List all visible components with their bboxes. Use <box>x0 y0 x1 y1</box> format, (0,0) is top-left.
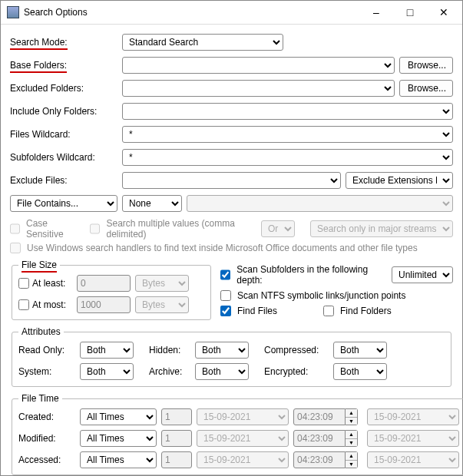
accessed-label: Accessed: <box>18 455 80 465</box>
file-time-legend: File Time <box>18 393 62 404</box>
at-least-input <box>77 275 131 292</box>
attributes-group: Attributes Read Only: Both Hidden: Both … <box>12 326 451 387</box>
archive-label: Archive: <box>149 366 195 377</box>
excluded-folders-combo[interactable] <box>122 80 395 97</box>
encrypted-select[interactable]: Both <box>333 363 387 380</box>
major-streams-select: Search only in major streams <box>310 220 453 237</box>
subfolders-wildcard-combo[interactable]: * <box>122 149 453 166</box>
close-window-button[interactable]: ✕ <box>427 1 461 24</box>
created-from-date: 15-09-2021 <box>197 408 289 425</box>
accessed-num-input <box>161 451 192 468</box>
file-size-legend: File Size <box>21 259 57 273</box>
minimize-button[interactable]: – <box>359 1 393 24</box>
win-handlers-checkbox <box>10 243 21 253</box>
scan-ntfs-label: Scan NTFS symbolic links/junction points <box>237 290 405 301</box>
case-sensitive-checkbox <box>10 223 20 234</box>
file-contains-match-select[interactable]: None <box>122 195 182 212</box>
subfolders-wildcard-label: Subfolders Wildcard: <box>10 152 117 163</box>
find-folders-checkbox[interactable] <box>323 306 334 316</box>
exclude-files-label: Exclude Files: <box>10 175 117 186</box>
find-files-option[interactable]: Find Files <box>220 306 277 316</box>
modified-mode-select[interactable]: All Times <box>80 430 157 447</box>
at-most-unit-select: Bytes <box>135 296 189 313</box>
maximize-button[interactable]: □ <box>393 1 427 24</box>
win-handlers-option[interactable]: Use Windows search handlers to find text… <box>10 243 453 253</box>
file-contains-mode-select[interactable]: File Contains... <box>10 195 117 212</box>
find-files-checkbox[interactable] <box>220 306 231 316</box>
created-mode-select[interactable]: All Times <box>80 408 157 425</box>
encrypted-label: Encrypted: <box>264 366 333 377</box>
compressed-label: Compressed: <box>264 345 333 355</box>
excluded-folders-browse-button[interactable]: Browse... <box>399 80 453 97</box>
hidden-label: Hidden: <box>149 345 195 355</box>
file-time-group: File Time Created: All Times 15-09-2021 … <box>12 393 463 475</box>
accessed-from-time <box>293 451 346 468</box>
created-from-time <box>293 408 346 425</box>
archive-select[interactable]: Both <box>195 363 249 380</box>
at-most-option[interactable]: At most: <box>18 299 72 310</box>
at-least-checkbox[interactable] <box>18 278 29 289</box>
spinner-icon: ▲▼ <box>346 408 358 425</box>
accessed-from-date: 15-09-2021 <box>197 451 289 468</box>
scan-depth-select[interactable]: Unlimited <box>392 266 453 283</box>
case-sensitive-option[interactable]: Case Sensitive <box>10 218 74 240</box>
exclude-extensions-select[interactable]: Exclude Extensions List <box>346 172 453 189</box>
file-contains-value-combo <box>187 195 453 212</box>
at-most-input <box>77 296 131 313</box>
accessed-to-date: 15-09-2021 <box>367 451 459 468</box>
read-only-label: Read Only: <box>18 345 80 355</box>
attributes-legend: Attributes <box>18 326 64 337</box>
search-mode-select[interactable]: Standard Search <box>122 34 283 51</box>
window-title: Search Options <box>24 7 359 18</box>
multi-values-checkbox <box>90 223 100 234</box>
file-size-group: File Size At least: Bytes At most: Bytes <box>12 259 211 320</box>
scan-ntfs-checkbox[interactable] <box>220 290 231 301</box>
read-only-select[interactable]: Both <box>80 342 134 359</box>
search-mode-label: Search Mode: <box>10 37 117 48</box>
exclude-files-combo[interactable] <box>122 172 341 189</box>
excluded-folders-label: Excluded Folders: <box>10 83 117 94</box>
at-least-option[interactable]: At least: <box>18 278 72 289</box>
created-label: Created: <box>18 412 80 422</box>
files-wildcard-combo[interactable]: * <box>122 126 453 143</box>
spinner-icon: ▲▼ <box>346 451 358 468</box>
modified-from-date: 15-09-2021 <box>197 430 289 447</box>
include-only-combo[interactable] <box>122 103 453 120</box>
spinner-icon: ▲▼ <box>346 430 358 447</box>
modified-label: Modified: <box>18 433 80 444</box>
created-num-input <box>161 408 192 425</box>
system-select[interactable]: Both <box>80 363 134 380</box>
base-folders-label: Base Folders: <box>10 60 117 71</box>
accessed-mode-select[interactable]: All Times <box>80 451 157 468</box>
hidden-select[interactable]: Both <box>195 342 249 359</box>
app-icon <box>7 6 19 18</box>
include-only-label: Include Only Folders: <box>10 106 117 117</box>
compressed-select[interactable]: Both <box>333 342 387 359</box>
titlebar: Search Options – □ ✕ <box>1 1 462 25</box>
multi-values-option[interactable]: Search multiple values (comma delimited) <box>90 218 246 240</box>
scan-subfolders-checkbox[interactable] <box>220 269 230 280</box>
find-folders-option[interactable]: Find Folders <box>323 306 392 316</box>
files-wildcard-label: Files Wildcard: <box>10 129 117 140</box>
scan-subfolders-label: Scan Subfolders in the following depth: <box>236 264 389 286</box>
base-folders-browse-button[interactable]: Browse... <box>399 57 453 74</box>
modified-from-time <box>293 430 346 447</box>
modified-num-input <box>161 430 192 447</box>
created-to-date: 15-09-2021 <box>367 408 459 425</box>
multi-values-operator-select: Or <box>261 220 295 237</box>
at-most-checkbox[interactable] <box>18 299 29 310</box>
base-folders-combo[interactable] <box>122 57 395 74</box>
modified-to-date: 15-09-2021 <box>367 430 459 447</box>
system-label: System: <box>18 366 80 377</box>
at-least-unit-select: Bytes <box>135 275 189 292</box>
